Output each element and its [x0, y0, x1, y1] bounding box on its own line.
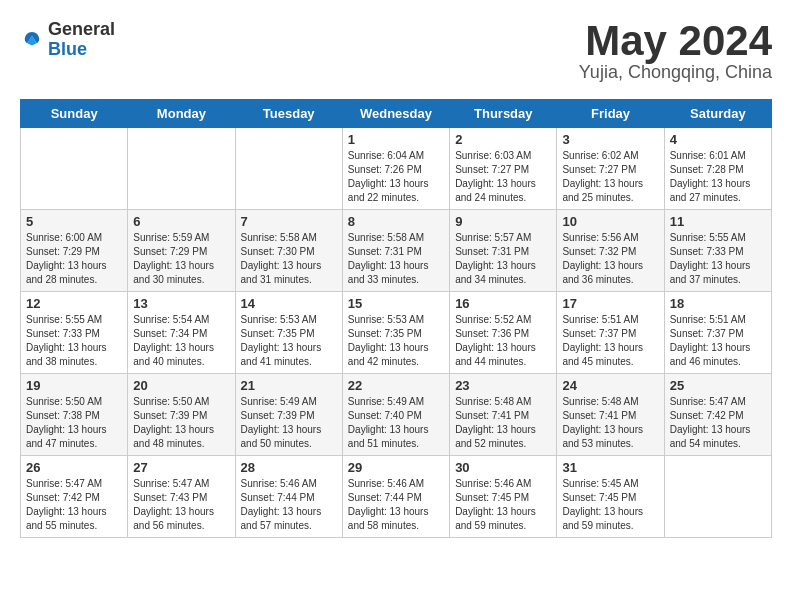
day-info: Sunrise: 5:46 AM Sunset: 7:45 PM Dayligh…	[455, 477, 551, 533]
week-row-3: 12Sunrise: 5:55 AM Sunset: 7:33 PM Dayli…	[21, 292, 772, 374]
calendar-cell: 22Sunrise: 5:49 AM Sunset: 7:40 PM Dayli…	[342, 374, 449, 456]
day-number: 2	[455, 132, 551, 147]
day-number: 22	[348, 378, 444, 393]
day-info: Sunrise: 5:45 AM Sunset: 7:45 PM Dayligh…	[562, 477, 658, 533]
day-info: Sunrise: 5:57 AM Sunset: 7:31 PM Dayligh…	[455, 231, 551, 287]
calendar-cell: 19Sunrise: 5:50 AM Sunset: 7:38 PM Dayli…	[21, 374, 128, 456]
calendar-cell: 16Sunrise: 5:52 AM Sunset: 7:36 PM Dayli…	[450, 292, 557, 374]
week-row-2: 5Sunrise: 6:00 AM Sunset: 7:29 PM Daylig…	[21, 210, 772, 292]
day-info: Sunrise: 6:02 AM Sunset: 7:27 PM Dayligh…	[562, 149, 658, 205]
day-info: Sunrise: 5:55 AM Sunset: 7:33 PM Dayligh…	[670, 231, 766, 287]
calendar-cell: 30Sunrise: 5:46 AM Sunset: 7:45 PM Dayli…	[450, 456, 557, 538]
calendar-header: SundayMondayTuesdayWednesdayThursdayFrid…	[21, 100, 772, 128]
day-number: 30	[455, 460, 551, 475]
day-info: Sunrise: 5:55 AM Sunset: 7:33 PM Dayligh…	[26, 313, 122, 369]
day-number: 31	[562, 460, 658, 475]
day-number: 9	[455, 214, 551, 229]
calendar-cell	[664, 456, 771, 538]
day-info: Sunrise: 5:49 AM Sunset: 7:40 PM Dayligh…	[348, 395, 444, 451]
day-number: 27	[133, 460, 229, 475]
calendar-body: 1Sunrise: 6:04 AM Sunset: 7:26 PM Daylig…	[21, 128, 772, 538]
day-number: 10	[562, 214, 658, 229]
header-row: SundayMondayTuesdayWednesdayThursdayFrid…	[21, 100, 772, 128]
day-info: Sunrise: 5:59 AM Sunset: 7:29 PM Dayligh…	[133, 231, 229, 287]
calendar-cell	[21, 128, 128, 210]
day-number: 14	[241, 296, 337, 311]
day-info: Sunrise: 6:00 AM Sunset: 7:29 PM Dayligh…	[26, 231, 122, 287]
calendar-cell: 10Sunrise: 5:56 AM Sunset: 7:32 PM Dayli…	[557, 210, 664, 292]
calendar-cell: 15Sunrise: 5:53 AM Sunset: 7:35 PM Dayli…	[342, 292, 449, 374]
day-number: 16	[455, 296, 551, 311]
day-info: Sunrise: 5:51 AM Sunset: 7:37 PM Dayligh…	[562, 313, 658, 369]
calendar-cell: 31Sunrise: 5:45 AM Sunset: 7:45 PM Dayli…	[557, 456, 664, 538]
week-row-1: 1Sunrise: 6:04 AM Sunset: 7:26 PM Daylig…	[21, 128, 772, 210]
day-number: 28	[241, 460, 337, 475]
calendar-cell	[128, 128, 235, 210]
calendar-cell: 28Sunrise: 5:46 AM Sunset: 7:44 PM Dayli…	[235, 456, 342, 538]
page-header: General Blue May 2024 Yujia, Chongqing, …	[20, 20, 772, 83]
calendar-cell: 29Sunrise: 5:46 AM Sunset: 7:44 PM Dayli…	[342, 456, 449, 538]
day-number: 23	[455, 378, 551, 393]
day-number: 20	[133, 378, 229, 393]
calendar-cell: 14Sunrise: 5:53 AM Sunset: 7:35 PM Dayli…	[235, 292, 342, 374]
day-number: 25	[670, 378, 766, 393]
day-number: 19	[26, 378, 122, 393]
day-info: Sunrise: 5:56 AM Sunset: 7:32 PM Dayligh…	[562, 231, 658, 287]
day-number: 5	[26, 214, 122, 229]
day-number: 6	[133, 214, 229, 229]
calendar-cell: 5Sunrise: 6:00 AM Sunset: 7:29 PM Daylig…	[21, 210, 128, 292]
day-info: Sunrise: 5:52 AM Sunset: 7:36 PM Dayligh…	[455, 313, 551, 369]
day-number: 21	[241, 378, 337, 393]
logo-icon	[20, 28, 44, 52]
day-number: 17	[562, 296, 658, 311]
day-number: 11	[670, 214, 766, 229]
calendar-table: SundayMondayTuesdayWednesdayThursdayFrid…	[20, 99, 772, 538]
header-cell-saturday: Saturday	[664, 100, 771, 128]
calendar-cell: 27Sunrise: 5:47 AM Sunset: 7:43 PM Dayli…	[128, 456, 235, 538]
logo: General Blue	[20, 20, 115, 60]
day-info: Sunrise: 5:49 AM Sunset: 7:39 PM Dayligh…	[241, 395, 337, 451]
header-cell-wednesday: Wednesday	[342, 100, 449, 128]
calendar-cell: 12Sunrise: 5:55 AM Sunset: 7:33 PM Dayli…	[21, 292, 128, 374]
calendar-cell: 6Sunrise: 5:59 AM Sunset: 7:29 PM Daylig…	[128, 210, 235, 292]
day-number: 4	[670, 132, 766, 147]
week-row-4: 19Sunrise: 5:50 AM Sunset: 7:38 PM Dayli…	[21, 374, 772, 456]
header-cell-thursday: Thursday	[450, 100, 557, 128]
day-number: 12	[26, 296, 122, 311]
calendar-cell: 17Sunrise: 5:51 AM Sunset: 7:37 PM Dayli…	[557, 292, 664, 374]
day-info: Sunrise: 5:47 AM Sunset: 7:43 PM Dayligh…	[133, 477, 229, 533]
day-number: 18	[670, 296, 766, 311]
day-number: 26	[26, 460, 122, 475]
calendar-cell: 24Sunrise: 5:48 AM Sunset: 7:41 PM Dayli…	[557, 374, 664, 456]
logo-blue-text: Blue	[48, 40, 115, 60]
day-info: Sunrise: 5:53 AM Sunset: 7:35 PM Dayligh…	[348, 313, 444, 369]
calendar-cell: 18Sunrise: 5:51 AM Sunset: 7:37 PM Dayli…	[664, 292, 771, 374]
calendar-cell: 23Sunrise: 5:48 AM Sunset: 7:41 PM Dayli…	[450, 374, 557, 456]
calendar-cell: 11Sunrise: 5:55 AM Sunset: 7:33 PM Dayli…	[664, 210, 771, 292]
day-info: Sunrise: 5:48 AM Sunset: 7:41 PM Dayligh…	[455, 395, 551, 451]
location-title: Yujia, Chongqing, China	[579, 62, 772, 83]
day-number: 8	[348, 214, 444, 229]
day-info: Sunrise: 6:01 AM Sunset: 7:28 PM Dayligh…	[670, 149, 766, 205]
day-info: Sunrise: 6:03 AM Sunset: 7:27 PM Dayligh…	[455, 149, 551, 205]
calendar-cell: 20Sunrise: 5:50 AM Sunset: 7:39 PM Dayli…	[128, 374, 235, 456]
day-info: Sunrise: 5:54 AM Sunset: 7:34 PM Dayligh…	[133, 313, 229, 369]
day-info: Sunrise: 5:46 AM Sunset: 7:44 PM Dayligh…	[241, 477, 337, 533]
day-number: 15	[348, 296, 444, 311]
day-info: Sunrise: 5:58 AM Sunset: 7:30 PM Dayligh…	[241, 231, 337, 287]
day-info: Sunrise: 5:50 AM Sunset: 7:38 PM Dayligh…	[26, 395, 122, 451]
calendar-cell: 7Sunrise: 5:58 AM Sunset: 7:30 PM Daylig…	[235, 210, 342, 292]
day-info: Sunrise: 5:50 AM Sunset: 7:39 PM Dayligh…	[133, 395, 229, 451]
day-info: Sunrise: 5:51 AM Sunset: 7:37 PM Dayligh…	[670, 313, 766, 369]
day-info: Sunrise: 5:58 AM Sunset: 7:31 PM Dayligh…	[348, 231, 444, 287]
day-number: 24	[562, 378, 658, 393]
week-row-5: 26Sunrise: 5:47 AM Sunset: 7:42 PM Dayli…	[21, 456, 772, 538]
day-number: 1	[348, 132, 444, 147]
calendar-cell: 21Sunrise: 5:49 AM Sunset: 7:39 PM Dayli…	[235, 374, 342, 456]
calendar-cell: 4Sunrise: 6:01 AM Sunset: 7:28 PM Daylig…	[664, 128, 771, 210]
day-number: 29	[348, 460, 444, 475]
calendar-cell: 3Sunrise: 6:02 AM Sunset: 7:27 PM Daylig…	[557, 128, 664, 210]
day-info: Sunrise: 5:53 AM Sunset: 7:35 PM Dayligh…	[241, 313, 337, 369]
day-info: Sunrise: 5:47 AM Sunset: 7:42 PM Dayligh…	[26, 477, 122, 533]
calendar-cell: 26Sunrise: 5:47 AM Sunset: 7:42 PM Dayli…	[21, 456, 128, 538]
